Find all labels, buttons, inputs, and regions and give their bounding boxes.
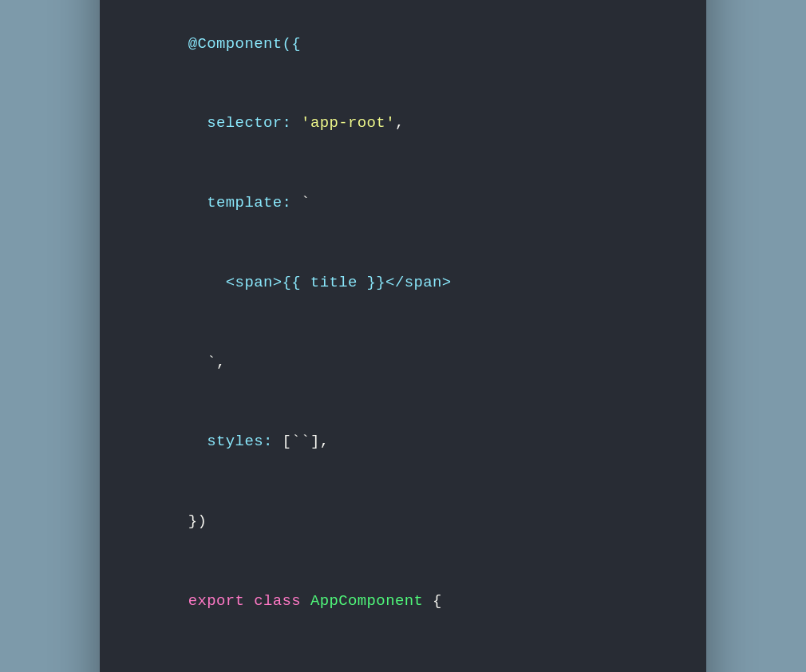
decorator-close: })	[188, 512, 207, 530]
code-line-11: title = 'ng-console';	[132, 641, 674, 672]
brace-class-open: {	[423, 592, 442, 610]
keyword-class: class	[244, 592, 310, 610]
backtick-close: `	[188, 354, 216, 371]
template-key: template:	[188, 194, 292, 211]
selector-val: 'app-root'	[291, 114, 395, 132]
decorator: @Component({	[188, 35, 301, 53]
code-line-5: template: `	[132, 164, 674, 243]
styles-val: [``]	[273, 433, 320, 450]
code-line-6: <span>{{ title }}</span>	[132, 243, 674, 323]
code-line-4: selector: 'app-root',	[132, 84, 674, 164]
comma-8: ,	[320, 433, 330, 450]
comma-7: ,	[216, 354, 226, 371]
code-line-10: export class AppComponent {	[132, 562, 674, 642]
styles-key: styles:	[188, 433, 273, 450]
backtick-open: `	[291, 194, 310, 211]
classname: AppComponent	[310, 592, 423, 610]
keyword-export: export	[188, 592, 245, 610]
code-line-7: `,	[132, 322, 674, 402]
span-tag: <span>{{ title }}</span>	[188, 274, 452, 291]
code-line-3: @Component({	[132, 4, 674, 84]
code-line-8: styles: [``],	[132, 402, 674, 482]
selector-key: selector:	[188, 114, 292, 132]
code-window: import { Component } from '@angular/core…	[100, 0, 706, 672]
code-editor: import { Component } from '@angular/core…	[100, 0, 706, 672]
comma-4: ,	[395, 114, 405, 132]
code-line-9: })	[132, 482, 674, 562]
